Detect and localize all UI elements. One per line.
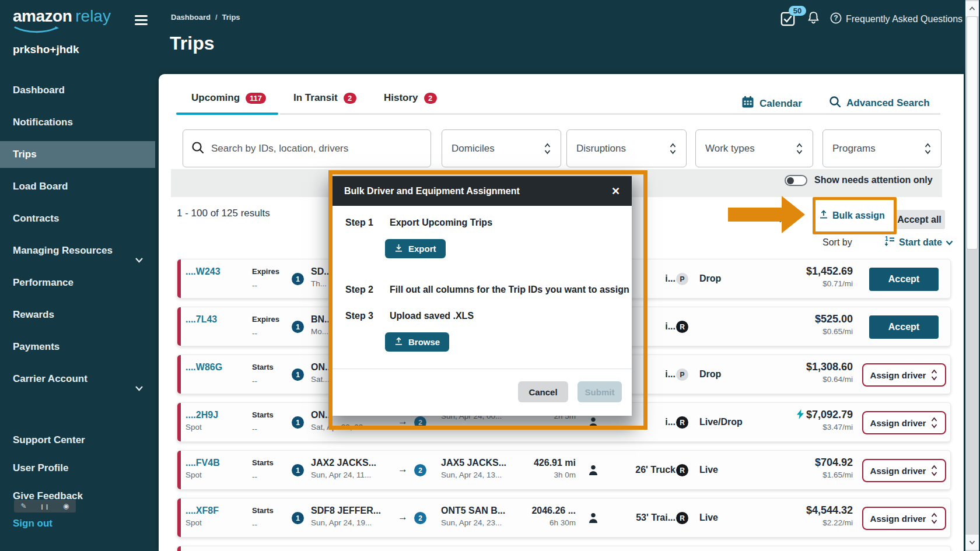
sidebar-item-label: Contracts [13,213,59,224]
assign-driver-button[interactable]: Assign driver [862,459,946,482]
scrollbar-thumb[interactable] [967,16,978,250]
calendar-link[interactable]: Calendar [741,96,802,111]
sidebar-item-label: Rewards [13,309,54,320]
sidebar-item-contracts[interactable]: Contracts [0,205,155,232]
filter-dropdown-programs[interactable]: Programs [822,129,942,167]
timing-value: -- [252,281,279,290]
timing-cell: Expires-- [252,314,279,338]
dropdown-label: Programs [832,143,876,155]
trip-row-partial[interactable] [177,546,951,551]
advanced-search-label: Advanced Search [846,97,930,109]
breadcrumb: Dashboard/Trips [171,13,240,22]
trip-id[interactable]: ....W243 [186,266,220,277]
sidebar-item-load-board[interactable]: Load Board [0,173,155,200]
timing-cell: Starts-- [252,457,274,481]
search-input[interactable] [210,142,422,155]
timing-label: Starts [252,505,274,516]
equipment: 53' Trai... [623,513,676,523]
tab-upcoming[interactable]: Upcoming117 [191,92,266,104]
bell-icon[interactable] [806,10,821,29]
destination-cell: ONT5 SAN B...Sun, Apr 24, 23... [441,505,505,527]
timing-label: Starts [252,457,274,468]
trip-row[interactable]: ....XF8FSpotStarts--1SDF8 JEFFER...Sun, … [177,498,951,538]
breadcrumb-trips[interactable]: Trips [222,13,240,22]
origin-cell: SD...Th... [311,266,332,288]
trip-id[interactable]: ....W86G [186,362,222,373]
scroll-up-icon[interactable] [965,1,979,16]
filter-dropdown-domiciles[interactable]: Domiciles [442,129,561,167]
origin-cell: BN...Mo... [311,314,332,336]
sidebar-item-label: Carrier Account [13,373,88,384]
breadcrumb-dashboard[interactable]: Dashboard [171,13,211,22]
download-icon [394,244,403,254]
amazon-smile-icon [14,26,60,36]
pause-icon[interactable] [40,502,50,510]
sidebar-item-rewards[interactable]: Rewards [0,301,155,328]
edit-icon[interactable] [20,502,26,510]
trip-row[interactable]: ....FV4BSpotStarts--1JAX2 JACKS...Sun, A… [177,450,951,490]
screen-recorder-toolbar[interactable] [14,500,76,513]
close-icon[interactable]: ✕ [611,185,620,198]
filter-dropdown-work-types[interactable]: Work types [695,129,813,167]
assign-driver-button[interactable]: Assign driver [862,411,946,434]
modal-browse-button[interactable]: Browse [385,332,449,352]
filter-dropdown-disruptions[interactable]: Disruptions [566,129,687,167]
origin-code: SDF8 JEFFER... [311,505,381,516]
trip-id[interactable]: ....7L43 [186,314,217,325]
sort-control[interactable]: 1 Start date [884,236,953,249]
accept-button[interactable]: Accept [869,268,939,291]
sidebar-item-carrier-account[interactable]: Carrier Account [0,366,155,392]
submit-button[interactable]: Submit [578,381,622,402]
load-type-badge: P [676,273,688,285]
scrollbar[interactable] [965,0,979,551]
menu-icon[interactable] [135,15,148,27]
trip-id[interactable]: ....XF8F [186,505,219,516]
trip-id[interactable]: ....2H9J [186,409,218,420]
stop-count-badge: 1 [292,273,304,285]
up-down-chevrons-icon [544,142,551,155]
tab-history[interactable]: History2 [384,92,437,104]
rate-per-mile: $2.22/mi [761,518,853,527]
assign-driver-button[interactable]: Assign driver [862,507,946,530]
sidebar-item-label: Load Board [13,181,68,192]
sign-out-link[interactable]: Sign out [13,510,52,537]
timing-cell: Starts-- [252,362,274,385]
sidebar-item-label: Trips [13,149,37,160]
sidebar-item-notifications[interactable]: Notifications [0,109,155,136]
sidebar-item-managing-resources[interactable]: Managing Resources [0,237,155,264]
step-2-text: Fill out all columns for the Trip IDs yo… [390,285,629,295]
price: $4,544.32 [761,505,853,516]
svg-text:?: ? [834,14,838,22]
timing-value: -- [252,377,274,385]
load-type-badge: R [676,416,688,429]
page-title: Trips [170,33,214,54]
sidebar-item-dashboard[interactable]: Dashboard [0,77,155,104]
distance: 426.91 mi [501,457,576,468]
accept-button[interactable]: Accept [869,315,939,339]
sidebar-item-user-profile[interactable]: User Profile [0,455,155,482]
advanced-search-link[interactable]: Advanced Search [829,96,930,111]
trip-id[interactable]: ....FV4B [186,457,220,468]
calendar-icon [741,96,754,111]
driver-icon [589,465,598,476]
tab-in-transit[interactable]: In Transit2 [293,92,356,104]
timing-value: -- [252,472,274,481]
assign-driver-button[interactable]: Assign driver [862,363,946,387]
sidebar-item-trips[interactable]: Trips [0,141,155,168]
faq-link[interactable]: ? Frequently Asked Questions [830,12,963,26]
sidebar-item-support-center[interactable]: Support Center [0,427,155,454]
bulk-assign-button[interactable]: Bulk assign [819,210,885,222]
destination-code: JAX5 JACKS... [441,457,506,468]
cancel-button[interactable]: Cancel [518,381,568,402]
sidebar-item-label: Notifications [13,117,73,128]
sidebar-item-performance[interactable]: Performance [0,269,155,296]
accept-all-button[interactable]: Accept all [894,210,945,229]
bulk-assign-modal: Bulk Driver and Equipment Assignment ✕ S… [332,176,632,416]
record-icon[interactable] [63,502,69,510]
needs-attention-toggle[interactable] [785,175,807,186]
driver-icon [589,417,598,428]
sidebar-item-payments[interactable]: Payments [0,334,155,360]
modal-export-button[interactable]: Export [385,239,446,258]
scroll-down-icon[interactable] [965,535,979,550]
route-arrow-icon: → [398,511,408,523]
